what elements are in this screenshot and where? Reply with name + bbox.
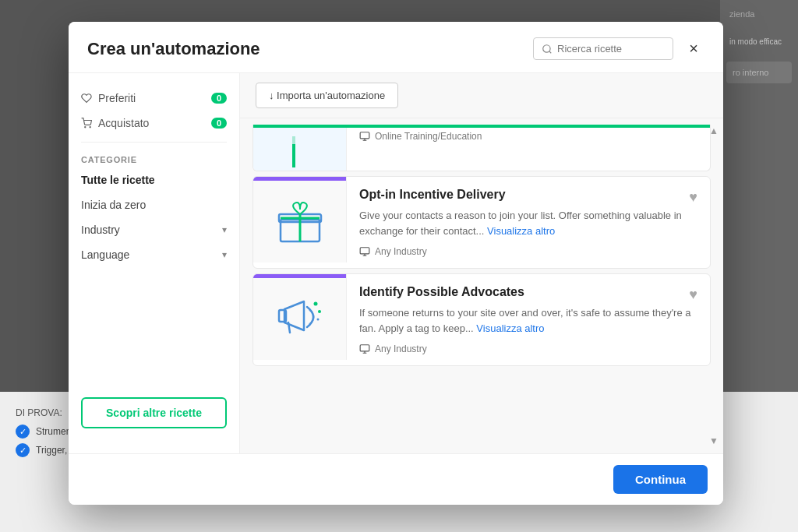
bg-text-1: zienda [720, 0, 798, 28]
recipe-color-bar-1 [253, 177, 346, 181]
partial-industry: Online Training/Education [359, 131, 697, 142]
recipe-info-1: Opt-in Incentive Delivery Give your cont… [347, 177, 710, 268]
recipe-link-2[interactable]: Visualizza altro [476, 322, 544, 334]
partial-recipe-image [253, 125, 347, 171]
recipe-title-1: Opt-in Incentive Delivery [359, 188, 697, 202]
continue-button[interactable]: Continua [613, 465, 708, 494]
sidebar-item-start-from-zero[interactable]: Inizia da zero [69, 192, 239, 217]
main-content: ↓ Importa un'automazione ▲ [240, 73, 723, 453]
bg-text-3: ro interno [726, 62, 792, 83]
recipe-card-2: Identify Possible Advocates If someone r… [252, 273, 711, 366]
search-input[interactable] [557, 43, 665, 55]
partial-recipe-info: Online Training/Education [347, 125, 710, 148]
sidebar-item-favorites[interactable]: Preferiti 0 [69, 86, 239, 111]
recipes-list[interactable]: ▲ [240, 118, 723, 453]
modal-header-right: × [533, 37, 704, 60]
chevron-down-icon-industry: ▾ [222, 224, 227, 235]
modal: Crea un'automazione × Preferiti [69, 22, 723, 505]
megaphone-icon [273, 290, 327, 344]
recipe-image-2 [253, 274, 347, 360]
svg-rect-21 [360, 345, 369, 351]
sidebar-divider [81, 142, 227, 143]
favorite-button-2[interactable]: ♥ [686, 284, 701, 306]
recipe-industry-1: Any Industry [359, 246, 697, 257]
bg-text-2: in modo efficac [720, 28, 798, 55]
svg-point-0 [543, 44, 550, 51]
recipe-desc-1: Give your contacts a reason to join your… [359, 208, 697, 238]
heart-icon [81, 93, 92, 104]
sidebar-item-industry[interactable]: Industry ▾ [69, 217, 239, 242]
svg-point-20 [316, 319, 319, 321]
sidebar: Preferiti 0 Acquistato 0 CATEGORIE Tutte… [69, 73, 240, 453]
recipe-info-2: Identify Possible Advocates If someone r… [347, 274, 710, 365]
svg-line-1 [549, 51, 552, 53]
modal-footer: Continua [69, 453, 723, 505]
recipe-desc-2: If someone returns to your site over and… [359, 305, 697, 336]
import-automation-button[interactable]: ↓ Importa un'automazione [256, 83, 398, 108]
svg-point-19 [318, 310, 321, 313]
svg-rect-5 [292, 144, 295, 167]
modal-body: Preferiti 0 Acquistato 0 CATEGORIE Tutte… [69, 73, 723, 453]
svg-rect-13 [360, 248, 369, 254]
recipe-card-1: Opt-in Incentive Delivery Give your cont… [252, 176, 711, 269]
explore-recipes-button[interactable]: Scopri altre ricette [81, 397, 227, 428]
main-toolbar: ↓ Importa un'automazione [240, 73, 723, 118]
categories-label: CATEGORIE [69, 149, 239, 167]
recipe-color-bar-2 [253, 274, 346, 278]
partial-color-bar [253, 125, 347, 128]
recipe-title-2: Identify Possible Advocates [359, 285, 697, 299]
favorite-button-1[interactable]: ♥ [686, 186, 701, 209]
partial-chart-icon [265, 132, 335, 171]
sidebar-item-purchased[interactable]: Acquistato 0 [69, 111, 239, 136]
favorites-badge: 0 [211, 93, 227, 104]
sidebar-footer: Scopri altre ricette [69, 385, 239, 441]
search-icon [542, 44, 553, 55]
svg-point-18 [313, 302, 317, 306]
check-icon-1: ✓ [16, 425, 30, 439]
recipe-image-1 [253, 177, 347, 262]
recipe-industry-2: Any Industry [359, 344, 697, 354]
gift-icon [273, 192, 327, 247]
close-button[interactable]: × [683, 38, 704, 60]
svg-point-3 [90, 127, 90, 128]
modal-header: Crea un'automazione × [69, 22, 723, 73]
svg-point-2 [85, 127, 86, 128]
recipe-link-1[interactable]: Visualizza altro [487, 225, 555, 237]
scroll-down-indicator: ▼ [708, 435, 720, 447]
search-box[interactable] [533, 37, 673, 60]
chevron-down-icon-language: ▾ [222, 249, 227, 260]
monitor-icon-2 [359, 344, 370, 354]
monitor-icon-1 [359, 246, 370, 257]
industry-icon-partial [359, 131, 370, 142]
sidebar-item-all-recipes[interactable]: Tutte le ricette [69, 167, 239, 192]
recipe-card-partial: Online Training/Education [252, 125, 711, 171]
svg-rect-6 [360, 132, 369, 139]
modal-title: Crea un'automazione [87, 39, 260, 59]
purchased-badge: 0 [211, 118, 227, 129]
cart-icon [81, 118, 92, 129]
sidebar-item-language[interactable]: Language ▾ [69, 242, 239, 267]
check-icon-2: ✓ [16, 443, 30, 457]
